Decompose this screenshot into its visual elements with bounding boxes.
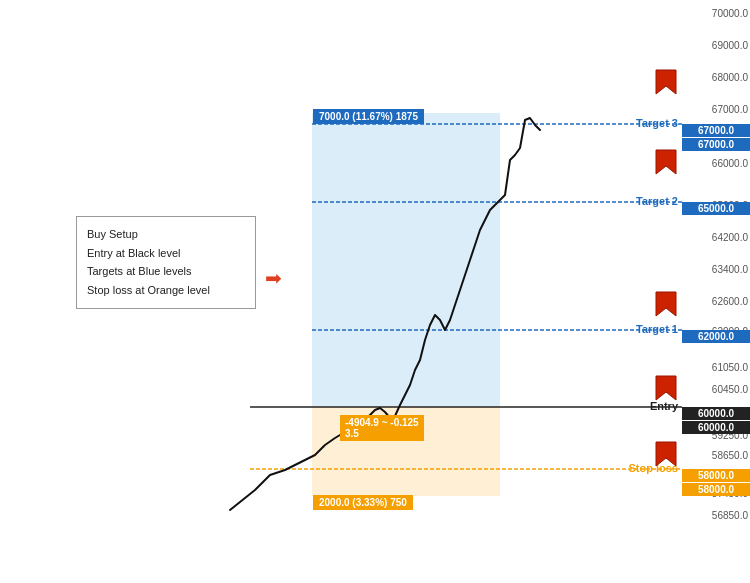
level-box-entry: 60000.0 bbox=[682, 407, 750, 420]
bookmark-icon-3 bbox=[654, 374, 678, 408]
price-axis-label: 63400.0 bbox=[682, 264, 750, 275]
entry-overlay-line2: 3.5 bbox=[345, 428, 359, 439]
chart-area: Buy Setup Entry at Black level Targets a… bbox=[0, 0, 750, 583]
bookmark-icon-2 bbox=[654, 290, 678, 324]
info-line3: Stop loss at Orange level bbox=[87, 281, 245, 300]
level-box-target2: 65000.0 bbox=[682, 202, 750, 215]
bookmark-icon-0 bbox=[654, 68, 678, 102]
level-box2-stoploss: 58000.0 bbox=[682, 483, 750, 496]
price-axis-label: 66000.0 bbox=[682, 158, 750, 169]
arrow-icon: ➡ bbox=[265, 266, 282, 290]
price-axis-label: 60450.0 bbox=[682, 384, 750, 395]
level-box2-entry: 60000.0 bbox=[682, 421, 750, 434]
svg-marker-7 bbox=[656, 292, 676, 316]
info-title: Buy Setup bbox=[87, 225, 245, 244]
entry-overlay-line1: -4904.9 ~ -0.125 bbox=[345, 417, 419, 428]
level-box-target1: 62000.0 bbox=[682, 330, 750, 343]
level-box2-target3: 67000.0 bbox=[682, 138, 750, 151]
info-line1: Entry at Black level bbox=[87, 244, 245, 263]
svg-marker-6 bbox=[656, 150, 676, 174]
price-axis-label: 67000.0 bbox=[682, 104, 750, 115]
info-box: Buy Setup Entry at Black level Targets a… bbox=[76, 216, 256, 309]
level-name-target1: Target 1 bbox=[632, 322, 682, 336]
svg-marker-8 bbox=[656, 376, 676, 400]
svg-marker-9 bbox=[656, 442, 676, 466]
level-box-target3: 67000.0 bbox=[682, 124, 750, 137]
bottom-orange-label: 2000.0 (3.33%) 750 bbox=[313, 495, 413, 510]
info-line2: Targets at Blue levels bbox=[87, 262, 245, 281]
price-axis-label: 69000.0 bbox=[682, 40, 750, 51]
ribbon-label: 7000.0 (11.67%) 1875 bbox=[313, 109, 424, 124]
bookmark-icon-1 bbox=[654, 148, 678, 182]
price-axis-label: 58650.0 bbox=[682, 450, 750, 461]
level-box-stoploss: 58000.0 bbox=[682, 469, 750, 482]
price-axis-label: 62600.0 bbox=[682, 296, 750, 307]
price-axis-label: 68000.0 bbox=[682, 72, 750, 83]
price-axis-label: 70000.0 bbox=[682, 8, 750, 19]
price-axis-label: 64200.0 bbox=[682, 232, 750, 243]
bookmark-icon-4 bbox=[654, 440, 678, 474]
price-axis-label: 56850.0 bbox=[682, 510, 750, 521]
svg-marker-5 bbox=[656, 70, 676, 94]
level-name-target2: Target 2 bbox=[632, 194, 682, 208]
price-axis-label: 61050.0 bbox=[682, 362, 750, 373]
level-name-target3: Target 3 bbox=[632, 116, 682, 130]
entry-overlay: -4904.9 ~ -0.125 3.5 bbox=[340, 415, 424, 441]
blue-zone bbox=[312, 113, 500, 406]
